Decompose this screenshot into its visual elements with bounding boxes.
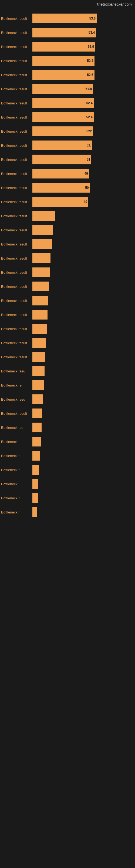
bar-label: Bottleneck result: [0, 172, 32, 176]
bar-label: Bottleneck result: [0, 101, 32, 105]
bar: [32, 479, 38, 489]
bar-row: Bottleneck result: [0, 209, 135, 223]
bar-wrapper: 522: [32, 126, 135, 136]
bar-wrapper: [32, 239, 135, 249]
bar-row: Bottleneck result52.4: [0, 110, 135, 124]
bar: [32, 253, 50, 263]
bar-row: Bottleneck result53.4: [0, 26, 135, 40]
bar-label: Bottleneck result: [0, 115, 32, 119]
bar: [32, 394, 43, 404]
bar-row: Bottleneck result50: [0, 181, 135, 195]
bar: [32, 423, 42, 432]
bar: 53.6: [32, 13, 97, 23]
bar: 522: [32, 126, 93, 136]
bar-wrapper: 51: [32, 155, 135, 164]
bar-row: Bottleneck result: [0, 237, 135, 251]
bar: 52.3: [32, 56, 94, 66]
bar-label: Bottleneck result: [0, 256, 32, 260]
bar-value: 52.3: [87, 59, 93, 63]
bar: [32, 451, 40, 461]
bar-label: Bottleneck result: [0, 73, 32, 77]
bar-row: Bottleneck result: [0, 251, 135, 265]
bar-wrapper: 52.6: [32, 70, 135, 80]
bar-value: 53.6: [89, 17, 96, 20]
bar-wrapper: [32, 324, 135, 334]
bar-value: 51: [87, 158, 90, 161]
bar: [32, 507, 37, 517]
bar-wrapper: [32, 225, 135, 235]
bar-label: Bottleneck result: [0, 59, 32, 63]
bar-wrapper: [32, 408, 135, 418]
bar-wrapper: [32, 507, 135, 517]
bar-wrapper: 53.4: [32, 28, 135, 37]
bar-row: Bottleneck result53.6: [0, 11, 135, 26]
bar: 52.4: [32, 98, 94, 108]
bar-row: Bottleneck result51.: [0, 138, 135, 152]
bar-row: Bottleneck result51: [0, 152, 135, 166]
bar: [32, 211, 55, 221]
bar-label: Bottleneck result: [0, 284, 32, 289]
bar-label: Bottleneck r: [0, 496, 32, 500]
bar-row: Bottleneck: [0, 477, 135, 491]
bar-row: Bottleneck r: [0, 463, 135, 477]
bar-label: Bottleneck r: [0, 510, 32, 514]
bar-label: Bottleneck result: [0, 31, 32, 35]
bar: [32, 380, 44, 390]
bar-wrapper: [32, 479, 135, 489]
bar-wrapper: 49: [32, 169, 135, 179]
bar-label: Bottleneck result: [0, 271, 32, 275]
bar-wrapper: [32, 211, 135, 221]
bar-row: Bottleneck result: [0, 336, 135, 350]
bar-wrapper: 52.9: [32, 42, 135, 52]
bar-label: Bottleneck result: [0, 158, 32, 162]
bar-row: Bottleneck result: [0, 223, 135, 237]
bar-value: 52.4: [86, 115, 92, 119]
bar: [32, 408, 42, 418]
bar-row: Bottleneck r: [0, 491, 135, 505]
bar-row: Bottleneck res: [0, 421, 135, 435]
bar: [32, 352, 45, 362]
bar-value: 51.8: [86, 87, 92, 91]
bar-wrapper: 52.4: [32, 98, 135, 108]
bar-wrapper: 50: [32, 183, 135, 193]
bar: [32, 282, 49, 291]
bar-label: Bottleneck result: [0, 242, 32, 246]
bar-row: Bottleneck result49: [0, 166, 135, 181]
bar-label: Bottleneck result: [0, 17, 32, 21]
bar: [32, 465, 39, 475]
bar-wrapper: 51.8: [32, 84, 135, 94]
bar-label: Bottleneck result: [0, 200, 32, 204]
bar-wrapper: [32, 493, 135, 503]
bar-wrapper: [32, 451, 135, 461]
bar: 51.: [32, 141, 92, 150]
bar-row: Bottleneck result52.9: [0, 40, 135, 54]
bar-label: Bottleneck result: [0, 87, 32, 91]
bar-label: Bottleneck result: [0, 214, 32, 218]
bar: [32, 366, 45, 376]
bar-row: Bottleneck result: [0, 279, 135, 293]
bar-label: Bottleneck: [0, 482, 32, 486]
bar-value: 52.9: [88, 45, 94, 49]
bar: [32, 239, 52, 249]
bar-label: Bottleneck result: [0, 355, 32, 359]
bar-wrapper: [32, 423, 135, 432]
bar-label: Bottleneck result: [0, 341, 32, 345]
bar: 50: [32, 183, 90, 193]
bar-label: Bottleneck result: [0, 45, 32, 49]
bar-value: 51.: [87, 144, 91, 147]
bar-row: Bottleneck resu: [0, 364, 135, 378]
bar-label: Bottleneck re: [0, 383, 32, 388]
bar-value: 49: [84, 200, 87, 204]
bar-label: Bottleneck result: [0, 411, 32, 415]
bar-wrapper: 49: [32, 197, 135, 207]
bar: 49: [32, 169, 89, 179]
bar-wrapper: [32, 394, 135, 404]
bar-wrapper: [32, 437, 135, 446]
bar-wrapper: [32, 352, 135, 362]
bar-label: Bottleneck result: [0, 129, 32, 133]
bar-wrapper: [32, 465, 135, 475]
bar-wrapper: [32, 296, 135, 305]
bar-row: Bottleneck result: [0, 265, 135, 279]
bar-row: Bottleneck resu: [0, 392, 135, 406]
bar-wrapper: [32, 338, 135, 348]
